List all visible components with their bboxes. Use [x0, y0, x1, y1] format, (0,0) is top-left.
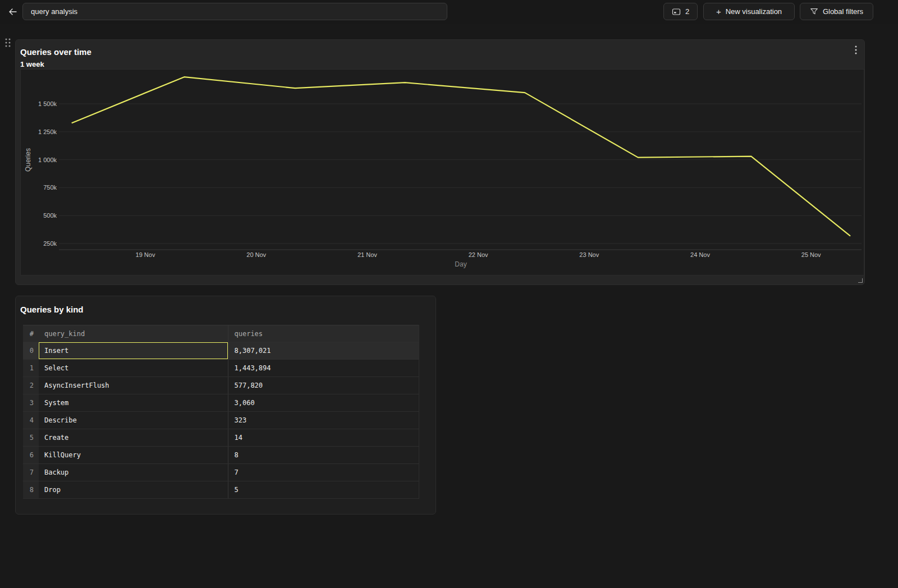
panel-drag-handle[interactable] [3, 37, 12, 48]
table-row[interactable]: 6 KillQuery 8 [23, 446, 419, 463]
row-index: 4 [23, 412, 39, 429]
table-header-row: # query_kind queries [23, 325, 419, 342]
y-tick-label: 1 000k [38, 157, 57, 163]
panel-icon [672, 7, 681, 16]
x-tick-label: 22 Nov [469, 251, 488, 258]
query-kind-cell[interactable]: Select [39, 360, 228, 376]
back-button[interactable] [6, 4, 20, 19]
query-kind-cell[interactable]: Backup [39, 464, 228, 481]
series-line-queries [72, 77, 850, 236]
chart-title: Queries over time [20, 47, 91, 57]
y-tick-label: 1 250k [38, 128, 57, 135]
global-filters-button[interactable]: Global filters [800, 3, 873, 20]
x-axis-title: Day [455, 260, 466, 268]
query-kind-cell[interactable]: Describe [39, 412, 228, 429]
queries-value-cell[interactable]: 1,443,894 [228, 360, 419, 376]
y-tick-label: 1 500k [38, 100, 57, 107]
chart-menu-button[interactable] [851, 44, 861, 56]
header-query-kind[interactable]: query_kind [39, 325, 228, 342]
queries-table: # query_kind queries 0 Insert 8,307,021 … [23, 325, 419, 499]
new-visualization-label: New visualization [726, 7, 782, 16]
kebab-menu-icon [855, 45, 857, 54]
query-kind-cell[interactable]: Drop [39, 481, 228, 498]
queries-value-cell[interactable]: 323 [228, 412, 419, 429]
filter-icon [810, 7, 818, 16]
dashboard-title-input[interactable] [22, 3, 447, 20]
row-index: 5 [23, 429, 39, 446]
queries-value-cell[interactable]: 577,820 [228, 377, 419, 394]
y-axis-title: Queries [24, 148, 32, 172]
queries-value-cell[interactable]: 5 [228, 481, 419, 498]
arrow-left-icon [8, 7, 17, 16]
chart-canvas[interactable]: 1 500k1 250k1 000k750k500k250k19 Nov20 N… [20, 69, 864, 275]
new-visualization-button[interactable]: + New visualization [703, 3, 795, 20]
table-row[interactable]: 3 System 3,060 [23, 394, 419, 411]
query-kind-cell[interactable]: AsyncInsertFlush [39, 377, 228, 394]
drag-dots-icon [3, 37, 12, 48]
query-kind-cell[interactable]: Insert [39, 342, 228, 359]
top-bar: 2 + New visualization Global filters [0, 0, 898, 24]
row-index: 7 [23, 464, 39, 481]
y-tick-label: 500k [43, 212, 57, 219]
table-body: 0 Insert 8,307,021 1 Select 1,443,894 2 … [23, 342, 419, 498]
row-index: 3 [23, 394, 39, 411]
x-tick-label: 24 Nov [690, 251, 710, 258]
header-index: # [23, 325, 39, 342]
line-chart: 1 500k1 250k1 000k750k500k250k19 Nov20 N… [21, 70, 865, 276]
x-tick-label: 25 Nov [801, 251, 821, 258]
row-index: 2 [23, 377, 39, 394]
queries-value-cell[interactable]: 14 [228, 429, 419, 446]
queries-value-cell[interactable]: 8 [228, 447, 419, 463]
y-tick-label: 750k [43, 184, 57, 191]
chart-subtitle: 1 week [20, 60, 44, 68]
y-tick-label: 250k [43, 240, 57, 247]
table-row[interactable]: 4 Describe 323 [23, 411, 419, 429]
x-tick-label: 19 Nov [136, 251, 155, 258]
x-tick-label: 20 Nov [246, 251, 266, 258]
table-row[interactable]: 1 Select 1,443,894 [23, 359, 419, 376]
row-index: 8 [23, 481, 39, 498]
queries-value-cell[interactable]: 8,307,021 [228, 342, 419, 359]
query-kind-cell[interactable]: System [39, 394, 228, 411]
panel-resize-grip[interactable] [858, 278, 863, 283]
table-row[interactable]: 7 Backup 7 [23, 463, 419, 481]
plus-icon: + [716, 7, 721, 16]
queries-over-time-panel: Queries over time 1 week 1 500k1 250k1 0… [15, 39, 865, 285]
queries-value-cell[interactable]: 3,060 [228, 394, 419, 411]
row-index: 6 [23, 447, 39, 463]
table-row[interactable]: 2 AsyncInsertFlush 577,820 [23, 376, 419, 394]
table-title: Queries by kind [20, 305, 84, 314]
row-index: 1 [23, 360, 39, 376]
table-row[interactable]: 8 Drop 5 [23, 481, 419, 498]
queries-by-kind-panel: Queries by kind # query_kind queries 0 I… [15, 296, 436, 514]
table-row[interactable]: 0 Insert 8,307,021 [23, 342, 419, 359]
table-row[interactable]: 5 Create 14 [23, 429, 419, 446]
query-kind-cell[interactable]: KillQuery [39, 447, 228, 463]
row-index: 0 [23, 342, 39, 359]
visualization-count-button[interactable]: 2 [663, 3, 698, 20]
x-tick-label: 23 Nov [579, 251, 599, 258]
global-filters-label: Global filters [823, 7, 863, 16]
visualization-count: 2 [685, 7, 689, 16]
header-queries[interactable]: queries [228, 325, 419, 342]
query-kind-cell[interactable]: Create [39, 429, 228, 446]
queries-value-cell[interactable]: 7 [228, 464, 419, 481]
x-tick-label: 21 Nov [358, 251, 377, 258]
